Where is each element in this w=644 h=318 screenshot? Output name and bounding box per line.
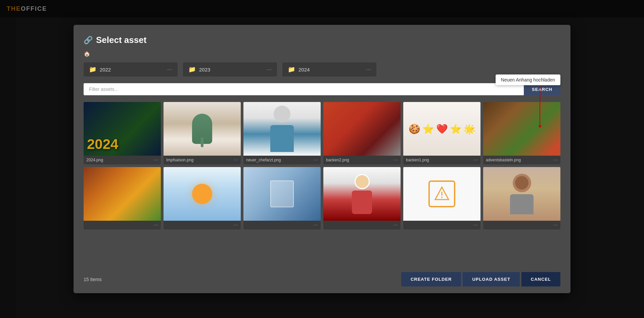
- asset-label-row: adventsbasteln.png ···: [483, 156, 560, 164]
- asset-menu-dots[interactable]: ···: [551, 157, 558, 163]
- asset-card-illustration[interactable]: ···: [164, 167, 241, 229]
- asset-card-backen1[interactable]: 🍪 ⭐ ❤️ ⭐ 🌟 backen1.png ···: [403, 102, 480, 164]
- asset-thumb: [483, 167, 560, 221]
- asset-label: Impfsaison.png: [166, 158, 232, 162]
- create-folder-button[interactable]: CREATE FOLDER: [401, 272, 461, 286]
- asset-card-2024png[interactable]: 2024 2024.png ···: [84, 102, 161, 164]
- asset-card-portrait[interactable]: ···: [483, 167, 560, 229]
- folder-item-2022[interactable]: 📁 2022 ···: [84, 62, 178, 76]
- tooltip-text: Neuen Anhang hochladen: [501, 77, 555, 83]
- asset-label: 2024.png: [86, 158, 152, 162]
- folder-dots[interactable]: ···: [366, 66, 371, 73]
- asset-card-adventsbasteln[interactable]: adventsbasteln.png ···: [483, 102, 560, 164]
- folder-dots[interactable]: ···: [267, 66, 272, 73]
- asset-thumb: [84, 167, 161, 221]
- asset-label: backen2.png: [326, 158, 392, 162]
- asset-thumb: [323, 167, 401, 221]
- footer-actions: CREATE FOLDER UPLOAD ASSET CANCEL: [401, 272, 560, 286]
- search-input[interactable]: [84, 83, 524, 95]
- asset-card-food[interactable]: ···: [84, 167, 161, 229]
- folder-name: 2022: [100, 67, 164, 72]
- folder-name: 2023: [199, 67, 263, 72]
- asset-label-row: neuer_chefarzt.png ···: [243, 156, 321, 164]
- asset-label-row: ···: [403, 221, 480, 229]
- asset-label-row: Impfsaison.png ···: [164, 156, 241, 164]
- cancel-button[interactable]: CANCEL: [521, 272, 560, 286]
- asset-card-santa[interactable]: ···: [323, 167, 401, 229]
- tooltip-arrow: [540, 85, 540, 125]
- link-icon: 🔗: [84, 36, 93, 45]
- folder-item-2024[interactable]: 📁 2024 ···: [282, 62, 376, 76]
- asset-thumb: [164, 167, 241, 221]
- asset-thumb: [403, 167, 480, 221]
- assets-row-2: ··· ···: [84, 167, 560, 229]
- asset-label-row: ···: [323, 221, 401, 229]
- breadcrumb-home[interactable]: 🏠: [84, 51, 560, 57]
- asset-menu-dots[interactable]: ···: [471, 222, 478, 228]
- asset-menu-dots[interactable]: ···: [392, 157, 398, 163]
- asset-menu-dots[interactable]: ···: [152, 157, 158, 163]
- asset-menu-dots[interactable]: ···: [152, 222, 158, 228]
- asset-thumb: [164, 102, 241, 156]
- asset-menu-dots[interactable]: ···: [232, 157, 238, 163]
- svg-point-2: [441, 197, 443, 198]
- asset-menu-dots[interactable]: ···: [392, 222, 398, 228]
- asset-thumb: [243, 102, 321, 156]
- asset-thumb: [243, 167, 321, 221]
- asset-thumb: [323, 102, 401, 156]
- asset-menu-dots[interactable]: ···: [471, 157, 478, 163]
- modal-header: 🔗 Select asset: [84, 35, 560, 45]
- asset-label: neuer_chefarzt.png: [246, 158, 312, 162]
- search-row: SEARCH: [84, 83, 560, 95]
- asset-label: backen1.png: [406, 158, 471, 162]
- modal-title: Select asset: [96, 35, 146, 45]
- overlay-text: 2024: [87, 136, 118, 152]
- asset-menu-dots[interactable]: ···: [312, 222, 318, 228]
- asset-menu-dots[interactable]: ···: [551, 222, 558, 228]
- asset-card-impfsaison[interactable]: Impfsaison.png ···: [164, 102, 241, 164]
- modal-dialog: Neuen Anhang hochladen 🔗 Select asset 🏠 …: [74, 25, 570, 293]
- asset-thumb: 🍪 ⭐ ❤️ ⭐ 🌟: [403, 102, 480, 156]
- assets-row-1: 2024 2024.png ···: [84, 102, 560, 164]
- asset-card-backen2[interactable]: backen2.png ···: [323, 102, 401, 164]
- asset-label: adventsbasteln.png: [486, 158, 551, 162]
- asset-card-document[interactable]: ···: [243, 167, 321, 229]
- folders-row: 📁 2022 ··· 📁 2023 ··· 📁 2024 ···: [84, 62, 560, 76]
- folder-icon: 📁: [288, 66, 295, 73]
- modal-footer: 15 Items CREATE FOLDER UPLOAD ASSET CANC…: [84, 268, 560, 286]
- upload-asset-button[interactable]: UPLOAD ASSET: [462, 272, 519, 286]
- asset-thumb: [483, 102, 560, 156]
- folder-icon: 📁: [89, 66, 96, 73]
- asset-label-row: ···: [483, 221, 560, 229]
- asset-label-row: ···: [164, 221, 241, 229]
- modal-overlay: Neuen Anhang hochladen 🔗 Select asset 🏠 …: [0, 0, 644, 318]
- asset-thumb: 2024: [84, 102, 161, 156]
- folder-name: 2024: [298, 67, 363, 72]
- folder-icon: 📁: [188, 66, 196, 73]
- folder-dots[interactable]: ···: [167, 66, 172, 73]
- asset-label-row: backen2.png ···: [323, 156, 401, 164]
- tooltip-container: Neuen Anhang hochladen: [496, 74, 560, 85]
- asset-label-row: ···: [243, 221, 321, 229]
- items-count: 15 Items: [84, 277, 102, 282]
- assets-grid: 2024 2024.png ···: [84, 102, 560, 263]
- folder-item-2023[interactable]: 📁 2023 ···: [183, 62, 277, 76]
- asset-label-row: backen1.png ···: [403, 156, 480, 164]
- home-icon: 🏠: [84, 51, 90, 57]
- asset-card-chefarzt[interactable]: neuer_chefarzt.png ···: [243, 102, 321, 164]
- asset-label-row: ···: [84, 221, 161, 229]
- tooltip-box: Neuen Anhang hochladen: [496, 74, 560, 85]
- asset-label-row: 2024.png ···: [84, 156, 161, 164]
- asset-menu-dots[interactable]: ···: [232, 222, 238, 228]
- asset-menu-dots[interactable]: ···: [312, 157, 318, 163]
- asset-card-warning[interactable]: ···: [403, 167, 480, 229]
